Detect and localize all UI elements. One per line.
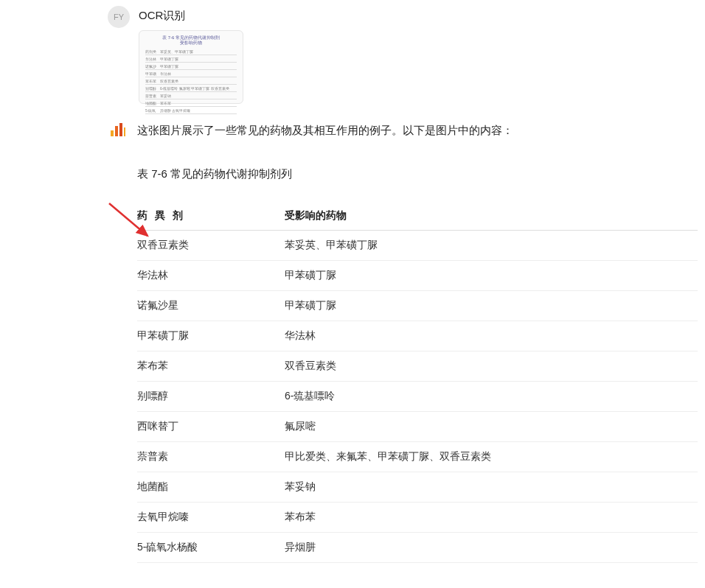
table-row: 华法林甲苯磺丁脲: [137, 261, 698, 291]
user-message-content: OCR识别 表 7-6 常见的药物代谢抑制剂 受影响药物 药剂类苯妥英、甲苯磺丁…: [139, 6, 705, 104]
table-row: 别嘌醇6-巯基嘌呤: [137, 382, 698, 412]
table-cell-affected: 甲比爱类、来氟苯、甲苯磺丁脲、双香豆素类: [285, 442, 698, 472]
response-section: 表 7-6 常见的药物代谢抑制剂列 药 異 剂 受影响的药物 双香豆素类苯妥英、…: [137, 167, 705, 563]
table-cell-affected: 6-巯基嘌呤: [285, 382, 698, 412]
table-cell-drug: 别嘌醇: [137, 382, 285, 412]
table-cell-affected: 苯布苯: [285, 503, 698, 533]
table-caption: 表 7-6 常见的药物代谢抑制剂列: [137, 167, 705, 181]
attachment-preview-line: 甲苯磺华法林: [145, 70, 237, 77]
attachment-preview-line: 华法林甲苯磺丁脲: [145, 55, 237, 63]
table-row: 5-硫氧水杨酸异烟肼: [137, 533, 698, 563]
user-message-text: OCR识别: [139, 9, 705, 23]
bot-message-row: 这张图片展示了一些常见的药物及其相互作用的例子。以下是图片中的内容： 表 7-6…: [108, 119, 705, 563]
attachment-preview-title: 表 7-6 常见的药物代谢抑制剂 受影响药物: [145, 35, 237, 46]
table-row: 西咪替丁氟尿嘧: [137, 412, 698, 442]
table-cell-affected: 苯妥钠: [285, 472, 698, 503]
table-cell-drug: 双香豆素类: [137, 231, 285, 261]
table-cell-drug: 华法林: [137, 261, 285, 291]
table-cell-affected: 异烟肼: [285, 533, 698, 563]
attachment-preview-line: 地菌酯苯布苯: [145, 99, 237, 107]
table-cell-drug: 萘普素: [137, 442, 285, 472]
svg-rect-3: [124, 127, 125, 136]
table-row: 苯布苯双香豆素类: [137, 351, 698, 382]
table-row: 地菌酯苯妥钠: [137, 472, 698, 503]
table-cell-drug: 诺氟沙星: [137, 291, 285, 321]
table-cell-drug: 去氧甲烷嗪: [137, 503, 285, 533]
bot-logo-icon: [108, 119, 128, 139]
bot-avatar: [108, 119, 128, 139]
table-header-col2: 受影响的药物: [285, 202, 698, 231]
attachment-preview-line: 别嘌醇6-巯基嘌呤 氟尿嘧 甲苯磺丁脲 双香豆素类: [145, 85, 237, 92]
bot-message-content: 这张图片展示了一些常见的药物及其相互作用的例子。以下是图片中的内容： 表 7-6…: [137, 119, 705, 563]
table-row: 甲苯磺丁脲华法林: [137, 321, 698, 351]
table-header-row: 药 異 剂 受影响的药物: [137, 202, 698, 231]
user-avatar: FY: [108, 6, 130, 28]
table-row: 萘普素甲比爱类、来氟苯、甲苯磺丁脲、双香豆素类: [137, 442, 698, 472]
table-cell-affected: 苯妥英、甲苯磺丁脲: [285, 231, 698, 261]
bot-intro-text: 这张图片展示了一些常见的药物及其相互作用的例子。以下是图片中的内容：: [137, 122, 705, 139]
table-cell-affected: 氟尿嘧: [285, 412, 698, 442]
table-cell-affected: 甲苯磺丁脲: [285, 261, 698, 291]
image-attachment[interactable]: 表 7-6 常见的药物代谢抑制剂 受影响药物 药剂类苯妥英、甲苯磺丁脲华法林甲苯…: [139, 30, 243, 104]
attachment-preview-line: 苯布苯双香豆素类: [145, 77, 237, 85]
table-row: 双香豆素类苯妥英、甲苯磺丁脲: [137, 231, 698, 261]
drug-table: 药 異 剂 受影响的药物 双香豆素类苯妥英、甲苯磺丁脲华法林甲苯磺丁脲诺氟沙星甲…: [137, 202, 698, 563]
avatar-initials: FY: [114, 13, 124, 21]
svg-rect-1: [115, 126, 118, 136]
table-cell-drug: 苯布苯: [137, 351, 285, 382]
user-message-row: FY OCR识别 表 7-6 常见的药物代谢抑制剂 受影响药物 药剂类苯妥英、甲…: [108, 6, 705, 104]
table-cell-affected: 双香豆素类: [285, 351, 698, 382]
table-cell-drug: 西咪替丁: [137, 412, 285, 442]
table-cell-drug: 5-硫氧水杨酸: [137, 533, 285, 563]
attachment-preview-line: 药剂类苯妥英、甲苯磺丁脲: [145, 48, 237, 55]
svg-rect-0: [111, 130, 114, 136]
table-header-col1: 药 異 剂: [137, 202, 285, 231]
table-row: 诺氟沙星甲苯磺丁脲: [137, 291, 698, 321]
table-cell-drug: 地菌酯: [137, 472, 285, 503]
table-cell-drug: 甲苯磺丁脲: [137, 321, 285, 351]
svg-rect-2: [119, 123, 122, 136]
table-cell-affected: 甲苯磺丁脲: [285, 291, 698, 321]
table-cell-affected: 华法林: [285, 321, 698, 351]
attachment-preview-line: 5-硫氧异烟肼 去氧甲烷嗪: [145, 107, 237, 114]
attachment-preview-line: 萘普素苯妥钠: [145, 92, 237, 99]
attachment-preview-line: 诺氟沙甲苯磺丁脲: [145, 63, 237, 70]
table-row: 去氧甲烷嗪苯布苯: [137, 503, 698, 533]
